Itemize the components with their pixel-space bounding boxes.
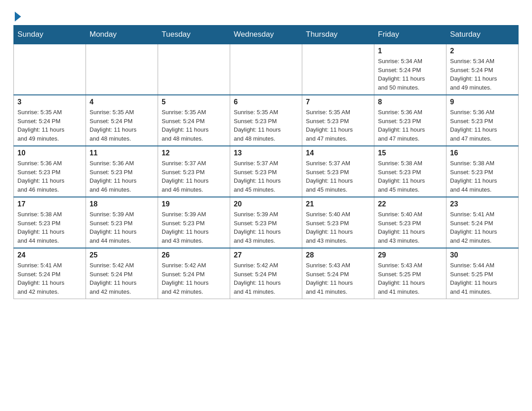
weekday-header-sunday: Sunday <box>14 26 86 44</box>
day-number: 19 <box>162 200 226 208</box>
day-number: 18 <box>90 200 154 208</box>
weekday-header-row: SundayMondayTuesdayWednesdayThursdayFrid… <box>14 26 519 44</box>
calendar-cell: 3Sunrise: 5:35 AM Sunset: 5:24 PM Daylig… <box>14 95 86 146</box>
day-number: 29 <box>378 251 442 259</box>
day-info: Sunrise: 5:42 AM Sunset: 5:24 PM Dayligh… <box>162 261 226 296</box>
calendar-cell <box>302 44 374 95</box>
day-info: Sunrise: 5:41 AM Sunset: 5:24 PM Dayligh… <box>450 210 515 245</box>
calendar-cell: 25Sunrise: 5:42 AM Sunset: 5:24 PM Dayli… <box>86 248 158 299</box>
day-number: 10 <box>17 149 82 157</box>
calendar-cell: 8Sunrise: 5:36 AM Sunset: 5:23 PM Daylig… <box>374 95 446 146</box>
day-info: Sunrise: 5:34 AM Sunset: 5:24 PM Dayligh… <box>450 57 515 92</box>
day-number: 27 <box>234 251 298 259</box>
calendar-cell <box>230 44 302 95</box>
calendar-cell: 2Sunrise: 5:34 AM Sunset: 5:24 PM Daylig… <box>446 44 519 95</box>
calendar-cell: 5Sunrise: 5:35 AM Sunset: 5:24 PM Daylig… <box>158 95 230 146</box>
calendar-cell: 21Sunrise: 5:40 AM Sunset: 5:23 PM Dayli… <box>302 197 374 248</box>
calendar-cell: 28Sunrise: 5:43 AM Sunset: 5:24 PM Dayli… <box>302 248 374 299</box>
day-info: Sunrise: 5:44 AM Sunset: 5:25 PM Dayligh… <box>450 261 515 296</box>
calendar-cell <box>158 44 230 95</box>
day-number: 9 <box>450 98 515 106</box>
day-info: Sunrise: 5:37 AM Sunset: 5:23 PM Dayligh… <box>234 159 298 194</box>
calendar-cell: 4Sunrise: 5:35 AM Sunset: 5:24 PM Daylig… <box>86 95 158 146</box>
calendar-cell: 30Sunrise: 5:44 AM Sunset: 5:25 PM Dayli… <box>446 248 519 299</box>
day-info: Sunrise: 5:43 AM Sunset: 5:24 PM Dayligh… <box>306 261 370 296</box>
day-number: 1 <box>378 47 442 55</box>
day-info: Sunrise: 5:36 AM Sunset: 5:23 PM Dayligh… <box>17 159 82 194</box>
day-number: 2 <box>450 47 515 55</box>
calendar-week-row: 24Sunrise: 5:41 AM Sunset: 5:24 PM Dayli… <box>14 248 519 299</box>
day-info: Sunrise: 5:42 AM Sunset: 5:24 PM Dayligh… <box>90 261 154 296</box>
day-number: 11 <box>90 149 154 157</box>
weekday-header-monday: Monday <box>86 26 158 44</box>
day-number: 13 <box>234 149 298 157</box>
page-header <box>13 11 519 21</box>
day-number: 8 <box>378 98 442 106</box>
day-info: Sunrise: 5:37 AM Sunset: 5:23 PM Dayligh… <box>306 159 370 194</box>
day-info: Sunrise: 5:43 AM Sunset: 5:25 PM Dayligh… <box>378 261 442 296</box>
logo <box>13 11 21 21</box>
day-number: 6 <box>234 98 298 106</box>
weekday-header-tuesday: Tuesday <box>158 26 230 44</box>
calendar-cell: 27Sunrise: 5:42 AM Sunset: 5:24 PM Dayli… <box>230 248 302 299</box>
calendar-cell: 12Sunrise: 5:37 AM Sunset: 5:23 PM Dayli… <box>158 146 230 197</box>
day-number: 7 <box>306 98 370 106</box>
day-number: 17 <box>17 200 82 208</box>
day-info: Sunrise: 5:35 AM Sunset: 5:24 PM Dayligh… <box>162 108 226 143</box>
calendar-cell: 10Sunrise: 5:36 AM Sunset: 5:23 PM Dayli… <box>14 146 86 197</box>
calendar-cell: 17Sunrise: 5:38 AM Sunset: 5:23 PM Dayli… <box>14 197 86 248</box>
day-info: Sunrise: 5:38 AM Sunset: 5:23 PM Dayligh… <box>450 159 515 194</box>
calendar-cell: 19Sunrise: 5:39 AM Sunset: 5:23 PM Dayli… <box>158 197 230 248</box>
calendar-cell: 24Sunrise: 5:41 AM Sunset: 5:24 PM Dayli… <box>14 248 86 299</box>
day-info: Sunrise: 5:38 AM Sunset: 5:23 PM Dayligh… <box>17 210 82 245</box>
day-info: Sunrise: 5:35 AM Sunset: 5:24 PM Dayligh… <box>90 108 154 143</box>
day-number: 20 <box>234 200 298 208</box>
weekday-header-wednesday: Wednesday <box>230 26 302 44</box>
day-info: Sunrise: 5:35 AM Sunset: 5:23 PM Dayligh… <box>306 108 370 143</box>
day-number: 22 <box>378 200 442 208</box>
day-info: Sunrise: 5:40 AM Sunset: 5:23 PM Dayligh… <box>378 210 442 245</box>
day-info: Sunrise: 5:38 AM Sunset: 5:23 PM Dayligh… <box>378 159 442 194</box>
calendar-cell: 26Sunrise: 5:42 AM Sunset: 5:24 PM Dayli… <box>158 248 230 299</box>
day-number: 25 <box>90 251 154 259</box>
calendar-cell: 15Sunrise: 5:38 AM Sunset: 5:23 PM Dayli… <box>374 146 446 197</box>
calendar-cell: 16Sunrise: 5:38 AM Sunset: 5:23 PM Dayli… <box>446 146 519 197</box>
day-info: Sunrise: 5:40 AM Sunset: 5:23 PM Dayligh… <box>306 210 370 245</box>
day-number: 4 <box>90 98 154 106</box>
day-info: Sunrise: 5:36 AM Sunset: 5:23 PM Dayligh… <box>378 108 442 143</box>
calendar-cell <box>14 44 86 95</box>
calendar-cell: 20Sunrise: 5:39 AM Sunset: 5:23 PM Dayli… <box>230 197 302 248</box>
calendar-cell: 22Sunrise: 5:40 AM Sunset: 5:23 PM Dayli… <box>374 197 446 248</box>
day-number: 14 <box>306 149 370 157</box>
day-number: 23 <box>450 200 515 208</box>
day-info: Sunrise: 5:41 AM Sunset: 5:24 PM Dayligh… <box>17 261 82 296</box>
day-number: 24 <box>17 251 82 259</box>
calendar-cell <box>86 44 158 95</box>
day-number: 30 <box>450 251 515 259</box>
weekday-header-saturday: Saturday <box>446 26 519 44</box>
weekday-header-thursday: Thursday <box>302 26 374 44</box>
calendar-week-row: 10Sunrise: 5:36 AM Sunset: 5:23 PM Dayli… <box>14 146 519 197</box>
day-info: Sunrise: 5:39 AM Sunset: 5:23 PM Dayligh… <box>162 210 226 245</box>
day-info: Sunrise: 5:36 AM Sunset: 5:23 PM Dayligh… <box>90 159 154 194</box>
calendar-cell: 7Sunrise: 5:35 AM Sunset: 5:23 PM Daylig… <box>302 95 374 146</box>
calendar-cell: 23Sunrise: 5:41 AM Sunset: 5:24 PM Dayli… <box>446 197 519 248</box>
day-number: 16 <box>450 149 515 157</box>
calendar-cell: 1Sunrise: 5:34 AM Sunset: 5:24 PM Daylig… <box>374 44 446 95</box>
calendar-cell: 14Sunrise: 5:37 AM Sunset: 5:23 PM Dayli… <box>302 146 374 197</box>
day-number: 28 <box>306 251 370 259</box>
calendar-cell: 29Sunrise: 5:43 AM Sunset: 5:25 PM Dayli… <box>374 248 446 299</box>
calendar-cell: 13Sunrise: 5:37 AM Sunset: 5:23 PM Dayli… <box>230 146 302 197</box>
calendar-cell: 6Sunrise: 5:35 AM Sunset: 5:23 PM Daylig… <box>230 95 302 146</box>
day-number: 21 <box>306 200 370 208</box>
calendar-week-row: 3Sunrise: 5:35 AM Sunset: 5:24 PM Daylig… <box>14 95 519 146</box>
day-info: Sunrise: 5:39 AM Sunset: 5:23 PM Dayligh… <box>234 210 298 245</box>
day-info: Sunrise: 5:42 AM Sunset: 5:24 PM Dayligh… <box>234 261 298 296</box>
day-info: Sunrise: 5:34 AM Sunset: 5:24 PM Dayligh… <box>378 57 442 92</box>
day-number: 26 <box>162 251 226 259</box>
day-number: 12 <box>162 149 226 157</box>
weekday-header-friday: Friday <box>374 26 446 44</box>
calendar-week-row: 17Sunrise: 5:38 AM Sunset: 5:23 PM Dayli… <box>14 197 519 248</box>
day-info: Sunrise: 5:39 AM Sunset: 5:23 PM Dayligh… <box>90 210 154 245</box>
day-info: Sunrise: 5:36 AM Sunset: 5:23 PM Dayligh… <box>450 108 515 143</box>
